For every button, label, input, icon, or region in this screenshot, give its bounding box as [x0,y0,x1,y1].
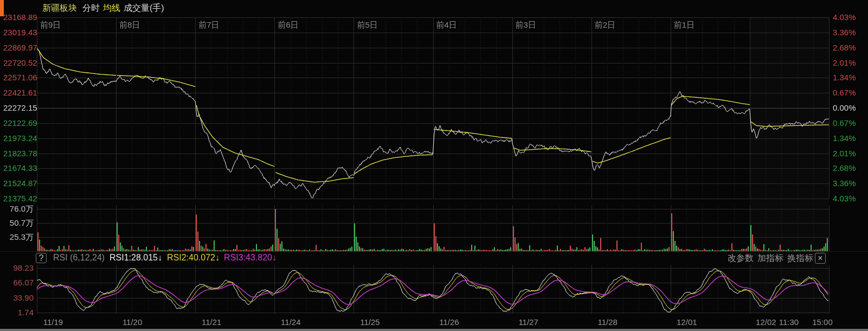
window-bottom-edge [0,329,868,331]
switch-indicator-button[interactable]: 换指标 [787,253,813,264]
close-icon[interactable]: × [815,253,826,264]
tab-moving-average[interactable]: 均线 [103,3,120,14]
rsi-params-label[interactable]: RSI (6,12,24) [53,253,105,263]
tab-volume-lots[interactable]: 成交量(手) [124,3,164,14]
rsi3-value: RSI3:43.820↓ [224,253,277,263]
chart-header: 新疆板块 分时 均线 成交量(手) [0,0,868,15]
stock-minute-chart-window: 新疆板块 分时 均线 成交量(手) ? RSI (6,12,24) RSI1:2… [0,0,868,331]
rsi-indicator-header: ? RSI (6,12,24) RSI1:28.015↓ RSI2:40.072… [0,251,868,265]
tab-sector-name[interactable]: 新疆板块 [42,3,77,14]
add-indicator-button[interactable]: 加指标 [757,253,783,264]
rsi2-value: RSI2:40.072↓ [167,253,220,263]
tab-minute-chart[interactable]: 分时 [82,3,100,14]
help-icon[interactable]: ? [36,253,47,263]
change-params-button[interactable]: 改参数 [728,253,754,264]
rsi1-value: RSI1:28.015↓ [110,253,162,263]
chart-canvas[interactable] [0,0,868,331]
